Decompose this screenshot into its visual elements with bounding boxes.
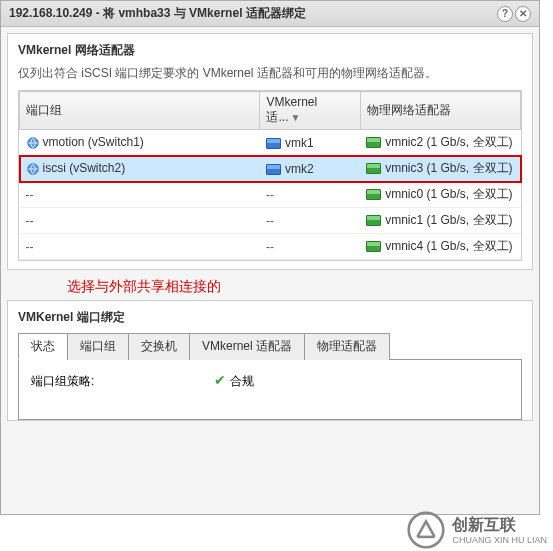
brand-logo-icon [404, 511, 448, 549]
physical-nic-icon [366, 241, 381, 252]
table-row[interactable]: iscsi (vSwitch2)vmk2vmnic3 (1 Gb/s, 全双工) [20, 156, 521, 182]
brand-subtitle: CHUANG XIN HU LIAN [452, 536, 547, 545]
cell-portgroup: iscsi (vSwitch2) [20, 156, 260, 182]
cell-portgroup: -- [20, 208, 260, 234]
adapter-table: 端口组 VMkernel 适...▼ 物理网络适配器 vmotion (vSwi… [19, 91, 521, 260]
cell-vmkernel: -- [260, 182, 360, 208]
policy-label: 端口组策略: [31, 373, 94, 390]
policy-row: 端口组策略: ✔合规 [31, 372, 509, 390]
check-icon: ✔ [214, 372, 226, 388]
portgroup-icon [26, 162, 40, 176]
brand-name: 创新互联 [452, 515, 547, 536]
network-adapters-section: VMkernel 网络适配器 仅列出符合 iSCSI 端口绑定要求的 VMker… [7, 33, 533, 270]
physical-nic-icon [366, 189, 381, 200]
tab-2[interactable]: 交换机 [128, 333, 190, 360]
physical-nic-icon [366, 137, 381, 148]
cell-physical: vmnic4 (1 Gb/s, 全双工) [360, 234, 520, 260]
tab-4[interactable]: 物理适配器 [304, 333, 390, 360]
cell-physical: vmnic2 (1 Gb/s, 全双工) [360, 130, 520, 156]
tab-3[interactable]: VMkernel 适配器 [189, 333, 305, 360]
table-row[interactable]: ----vmnic1 (1 Gb/s, 全双工) [20, 208, 521, 234]
tab-1[interactable]: 端口组 [67, 333, 129, 360]
col-portgroup[interactable]: 端口组 [20, 92, 260, 130]
cell-portgroup: -- [20, 234, 260, 260]
cell-portgroup: -- [20, 182, 260, 208]
cell-physical: vmnic1 (1 Gb/s, 全双工) [360, 208, 520, 234]
col-vmkernel[interactable]: VMkernel 适...▼ [260, 92, 360, 130]
table-header-row: 端口组 VMkernel 适...▼ 物理网络适配器 [20, 92, 521, 130]
section-title: VMkernel 网络适配器 [18, 42, 522, 59]
section-title-2: VMKernel 端口绑定 [18, 309, 522, 326]
branding: 创新互联 CHUANG XIN HU LIAN [404, 511, 547, 549]
svg-point-2 [409, 513, 444, 548]
close-button[interactable]: ✕ [515, 6, 531, 22]
titlebar-buttons: ? ✕ [497, 6, 531, 22]
col-physical[interactable]: 物理网络适配器 [360, 92, 520, 130]
cell-vmkernel: vmk1 [260, 130, 360, 156]
cell-physical: vmnic3 (1 Gb/s, 全双工) [360, 156, 520, 182]
cell-vmkernel: vmk2 [260, 156, 360, 182]
brand-text-block: 创新互联 CHUANG XIN HU LIAN [452, 515, 547, 545]
policy-value: ✔合规 [214, 372, 254, 390]
adapter-table-container: 端口组 VMkernel 适...▼ 物理网络适配器 vmotion (vSwi… [18, 90, 522, 261]
cell-vmkernel: -- [260, 208, 360, 234]
help-button[interactable]: ? [497, 6, 513, 22]
dialog-content: VMkernel 网络适配器 仅列出符合 iSCSI 端口绑定要求的 VMker… [1, 27, 539, 433]
section-description: 仅列出符合 iSCSI 端口绑定要求的 VMkernel 适配器和可用的物理网络… [18, 65, 522, 82]
vmk-nic-icon [266, 138, 281, 149]
tab-content-status: 端口组策略: ✔合规 [18, 360, 522, 420]
dialog: 192.168.10.249 - 将 vmhba33 与 VMkernel 适配… [0, 0, 540, 515]
annotation-text: 选择与外部共享相连接的 [67, 278, 533, 296]
cell-physical: vmnic0 (1 Gb/s, 全双工) [360, 182, 520, 208]
table-row[interactable]: ----vmnic0 (1 Gb/s, 全双工) [20, 182, 521, 208]
vmk-nic-icon [266, 164, 281, 175]
sort-icon: ▼ [290, 112, 300, 123]
cell-portgroup: vmotion (vSwitch1) [20, 130, 260, 156]
physical-nic-icon [366, 163, 381, 174]
portgroup-icon [26, 136, 40, 150]
tab-0[interactable]: 状态 [18, 333, 68, 360]
physical-nic-icon [366, 215, 381, 226]
titlebar: 192.168.10.249 - 将 vmhba33 与 VMkernel 适配… [1, 1, 539, 27]
port-binding-section: VMKernel 端口绑定 状态端口组交换机VMkernel 适配器物理适配器 … [7, 300, 533, 421]
tabs-bar: 状态端口组交换机VMkernel 适配器物理适配器 [18, 332, 522, 360]
table-row[interactable]: vmotion (vSwitch1)vmk1vmnic2 (1 Gb/s, 全双… [20, 130, 521, 156]
cell-vmkernel: -- [260, 234, 360, 260]
table-row[interactable]: ----vmnic4 (1 Gb/s, 全双工) [20, 234, 521, 260]
dialog-title: 192.168.10.249 - 将 vmhba33 与 VMkernel 适配… [9, 5, 306, 22]
